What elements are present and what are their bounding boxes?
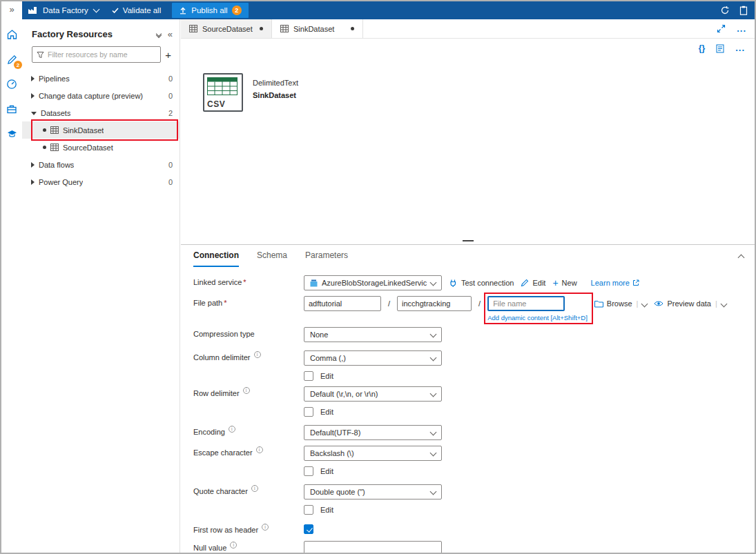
tree-item-count: 0 [168, 75, 173, 83]
home-nav-icon[interactable] [2, 24, 21, 45]
tab-connection[interactable]: Connection [193, 245, 239, 267]
info-icon [254, 351, 261, 358]
filter-row: + [32, 46, 171, 63]
expand-arrow-icon[interactable] [31, 93, 35, 99]
tab-schema[interactable]: Schema [257, 245, 287, 267]
tab-sourcedataset[interactable]: SourceDataset [181, 19, 272, 38]
row-delimiter-label: Row delimiter [193, 386, 304, 397]
directory-input[interactable] [397, 296, 472, 311]
encoding-dropdown[interactable]: Default(UTF-8) [304, 425, 442, 440]
container-input[interactable] [304, 296, 381, 311]
publish-all-label: Publish all [191, 6, 227, 14]
validate-all-button[interactable]: Validate all [106, 1, 166, 19]
browse-button[interactable]: Browse [594, 296, 632, 311]
monitor-nav-icon[interactable] [2, 74, 21, 95]
expand-arrow-icon[interactable] [31, 179, 35, 185]
escape-character-edit-checkbox[interactable] [304, 466, 313, 476]
column-delimiter-value: Comma (,) [310, 354, 427, 362]
row-delimiter-edit-checkbox[interactable] [304, 407, 313, 417]
code-view-icon[interactable]: {} [699, 43, 705, 53]
tree-item-datasets[interactable]: Datasets 2 [22, 104, 180, 121]
info-icon [256, 446, 263, 453]
collapse-all-icon[interactable] [157, 33, 161, 36]
manage-nav-icon[interactable] [2, 99, 21, 119]
dataset-canvas: CSV DelimitedText SinkDataset [181, 58, 755, 244]
quote-character-dropdown[interactable]: Double quote (") [304, 484, 442, 499]
publish-all-button[interactable]: Publish all 2 [172, 3, 248, 18]
preview-dropdown-icon[interactable] [721, 296, 726, 311]
escape-character-dropdown[interactable]: Backslash (\) [304, 446, 442, 461]
dataset-node[interactable]: CSV DelimitedText SinkDataset [203, 73, 298, 112]
discard-all-icon[interactable] [739, 6, 748, 15]
row-delimiter-dropdown[interactable]: Default (\r,\n, or \r\n) [304, 386, 442, 402]
file-name-input[interactable] [487, 296, 565, 311]
required-marker: * [243, 278, 246, 286]
null-value-input[interactable] [304, 541, 442, 554]
tab-label: SourceDataset [202, 25, 253, 33]
top-bar-right-actions [720, 6, 748, 15]
tree-item-label: Change data capture (preview) [39, 92, 143, 100]
more-options-icon[interactable]: ... [735, 46, 745, 51]
info-icon [243, 387, 250, 394]
collapse-panel-left-icon[interactable]: « [168, 29, 173, 39]
add-dynamic-content-link[interactable]: Add dynamic content [Alt+Shift+D] [487, 314, 588, 321]
browse-dropdown-icon[interactable] [642, 296, 647, 311]
tab-parameters[interactable]: Parameters [305, 245, 348, 267]
learning-nav-icon[interactable] [2, 123, 21, 144]
tab-bar-actions: ... [717, 19, 746, 38]
learn-more-link[interactable]: Learn more [591, 275, 639, 290]
expand-rail-icon[interactable]: » [9, 4, 14, 14]
dataset-grid-icon [280, 25, 289, 32]
app-title: Data Factory [43, 6, 88, 14]
expand-arrow-icon[interactable] [31, 76, 35, 81]
compression-type-dropdown[interactable]: None [304, 327, 442, 342]
filter-funnel-icon [37, 51, 44, 59]
tree-item-power-query[interactable]: Power Query 0 [22, 173, 180, 190]
blob-storage-icon [310, 279, 318, 287]
filter-resources-input[interactable] [48, 50, 156, 59]
unsaved-dot-icon [351, 27, 354, 30]
collapse-panel-icon[interactable] [739, 252, 744, 260]
author-nav-icon[interactable]: 2 [2, 49, 21, 70]
tree-item-sinkdataset[interactable]: SinkDataset [22, 121, 180, 139]
info-icon [230, 542, 237, 548]
factory-chevron-down-icon[interactable] [93, 6, 99, 13]
tree-item-sourcedataset[interactable]: SourceDataset [22, 139, 180, 156]
tree-item-change-data-capture[interactable]: Change data capture (preview) 0 [22, 87, 180, 104]
column-delimiter-edit-checkbox[interactable] [304, 371, 313, 381]
linked-service-dropdown[interactable]: AzureBlobStorageLinkedService [304, 275, 442, 290]
path-separator: / [388, 296, 390, 311]
info-icon [229, 426, 235, 433]
add-resource-button[interactable]: + [165, 50, 171, 60]
button-divider: | [715, 296, 717, 311]
edit-linked-service-button[interactable]: Edit [521, 275, 545, 290]
quote-character-edit-checkbox[interactable] [304, 505, 313, 515]
edit-checkbox-label: Edit [320, 465, 333, 475]
new-linked-service-button[interactable]: + New [552, 275, 576, 290]
tab-sinkdataset[interactable]: SinkDataset [272, 19, 363, 38]
tree-item-pipelines[interactable]: Pipelines 0 [22, 70, 180, 87]
csv-icon-label: CSV [207, 99, 239, 109]
expand-arrow-icon[interactable] [31, 162, 35, 168]
expand-view-icon[interactable] [717, 24, 726, 33]
linked-service-label: Linked service* [193, 275, 304, 286]
refresh-icon[interactable] [720, 6, 730, 15]
plus-icon: + [552, 278, 558, 288]
column-delimiter-dropdown[interactable]: Comma (,) [304, 350, 442, 366]
first-row-header-checkbox[interactable] [304, 524, 313, 534]
panel-resize-handle[interactable] [463, 240, 474, 241]
file-path-label: File path* [193, 296, 304, 307]
test-connection-button[interactable]: Test connection [449, 275, 514, 290]
preview-data-button[interactable]: Preview data [654, 296, 711, 311]
encoding-value: Default(UTF-8) [310, 428, 427, 437]
tree-item-data-flows[interactable]: Data flows 0 [22, 156, 180, 173]
collapse-arrow-icon[interactable] [31, 112, 37, 115]
properties-icon[interactable] [716, 44, 724, 53]
quote-character-label: Quote character [193, 484, 304, 495]
compression-type-value: None [310, 330, 427, 339]
editor-tab-bar: SourceDataset SinkDataset ... [181, 19, 755, 39]
tree-item-label: Power Query [39, 178, 83, 186]
more-options-icon[interactable]: ... [737, 26, 746, 32]
quote-character-value: Double quote (") [310, 488, 427, 496]
dataset-grid-icon [189, 25, 197, 32]
